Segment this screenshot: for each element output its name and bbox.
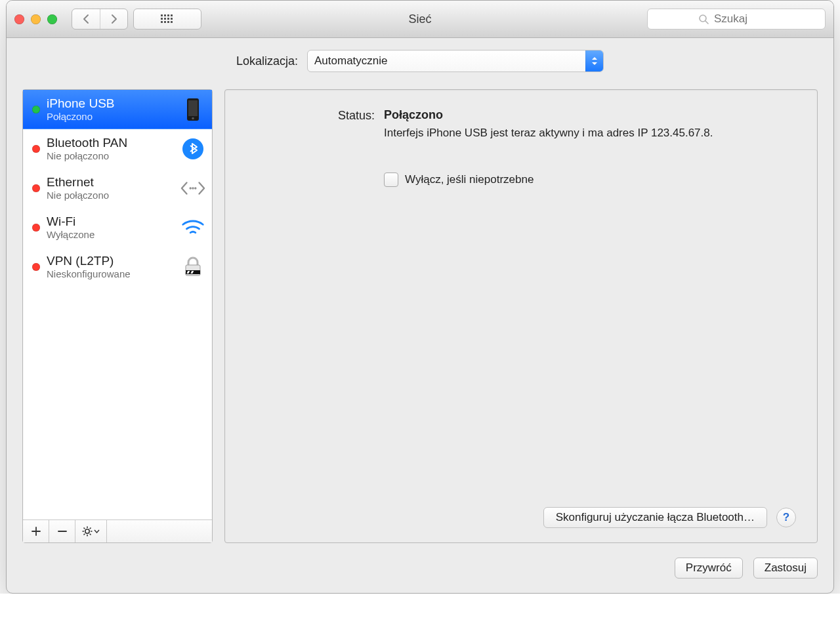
- revert-label: Przywróć: [686, 561, 732, 575]
- status-dot-icon: [32, 224, 40, 232]
- search-field[interactable]: [647, 9, 826, 30]
- traffic-lights: [14, 14, 57, 24]
- disable-if-unneeded-row: Wyłącz, jeśli niepotrzebne: [384, 173, 796, 187]
- minimize-window-button[interactable]: [31, 14, 41, 24]
- status-dot-icon: [32, 184, 40, 192]
- plus-icon: [32, 527, 41, 536]
- service-item-ethernet[interactable]: Ethernet Nie połączono: [23, 169, 212, 208]
- svg-point-4: [192, 117, 194, 119]
- svg-line-1: [705, 21, 708, 24]
- bluetooth-icon: [180, 138, 205, 160]
- popup-arrows-icon: [585, 51, 603, 71]
- minus-icon: [58, 527, 67, 536]
- search-icon: [698, 14, 709, 24]
- service-name: VPN (L2TP): [47, 254, 174, 268]
- svg-line-22: [84, 534, 85, 535]
- status-description: Interfejs iPhone USB jest teraz aktywny …: [384, 126, 725, 141]
- bottom-bar: Przywróć Zastosuj: [22, 558, 818, 579]
- location-label: Lokalizacja:: [236, 54, 298, 68]
- service-status: Wyłączone: [47, 229, 174, 240]
- service-text: Ethernet Nie połączono: [47, 175, 174, 201]
- service-name: Ethernet: [47, 175, 174, 190]
- location-row: Lokalizacja: Automatycznie: [22, 50, 818, 72]
- titlebar: Sieć: [7, 1, 833, 38]
- service-item-vpn[interactable]: VPN (L2TP) Nieskonfigurowane: [23, 247, 212, 287]
- lock-icon: [180, 256, 205, 278]
- configure-bluetooth-label: Skonfiguruj użyczanie łącza Bluetooth…: [556, 511, 755, 524]
- services-list: iPhone USB Połączono Bluetooth PAN Nie p…: [23, 90, 212, 519]
- service-text: VPN (L2TP) Nieskonfigurowane: [47, 254, 174, 279]
- remove-service-button[interactable]: [49, 520, 75, 542]
- question-mark-icon: ?: [783, 511, 789, 524]
- status-dot-icon: [32, 145, 40, 153]
- wifi-icon: [180, 218, 205, 237]
- service-status: Nie połączono: [47, 190, 174, 201]
- network-prefpane-window: Sieć Lokalizacja: Automatycznie: [6, 0, 834, 594]
- forward-button[interactable]: [100, 9, 127, 29]
- chevron-right-icon: [110, 14, 118, 24]
- configure-bluetooth-button[interactable]: Skonfiguruj użyczanie łącza Bluetooth…: [543, 507, 767, 528]
- service-item-wifi[interactable]: Wi-Fi Wyłączone: [23, 208, 212, 247]
- svg-point-6: [189, 187, 191, 189]
- apply-label: Zastosuj: [765, 561, 807, 575]
- detail-panel: Status: Połączono Interfejs iPhone USB j…: [224, 89, 818, 543]
- detail-footer: Skonfiguruj użyczanie łącza Bluetooth… ?: [243, 507, 796, 528]
- status-row: Status: Połączono Interfejs iPhone USB j…: [243, 108, 796, 141]
- svg-line-20: [84, 528, 85, 529]
- gear-icon: [82, 526, 93, 537]
- service-item-bluetooth-pan[interactable]: Bluetooth PAN Nie połączono: [23, 129, 212, 169]
- actions-menu-button[interactable]: [75, 520, 107, 542]
- service-status: Nie połączono: [47, 150, 174, 161]
- nav-back-forward: [72, 9, 128, 30]
- search-input[interactable]: [713, 12, 774, 26]
- disable-if-unneeded-label: Wyłącz, jeśli niepotrzebne: [405, 173, 534, 186]
- location-popup[interactable]: Automatycznie: [307, 50, 604, 72]
- status-dot-icon: [32, 106, 40, 113]
- service-item-iphone-usb[interactable]: iPhone USB Połączono: [23, 90, 212, 129]
- services-sidebar: iPhone USB Połączono Bluetooth PAN Nie p…: [22, 89, 213, 543]
- disable-if-unneeded-checkbox[interactable]: [384, 173, 398, 187]
- svg-point-15: [85, 529, 89, 533]
- service-name: Bluetooth PAN: [47, 136, 174, 150]
- svg-line-23: [90, 528, 91, 529]
- svg-rect-3: [188, 100, 198, 116]
- chevron-down-icon: [94, 529, 100, 533]
- content-area: Lokalizacja: Automatycznie iPhone USB Po…: [7, 38, 833, 593]
- service-text: Bluetooth PAN Nie połączono: [47, 136, 174, 161]
- add-service-button[interactable]: [23, 520, 49, 542]
- service-name: Wi-Fi: [47, 214, 174, 229]
- show-all-button[interactable]: [133, 9, 201, 30]
- status-label: Status:: [243, 108, 375, 141]
- svg-point-7: [192, 187, 194, 189]
- service-text: Wi-Fi Wyłączone: [47, 214, 174, 240]
- svg-line-21: [90, 534, 91, 535]
- apply-button[interactable]: Zastosuj: [753, 558, 818, 579]
- chevron-left-icon: [82, 14, 90, 24]
- revert-button[interactable]: Przywróć: [675, 558, 743, 579]
- close-window-button[interactable]: [14, 14, 24, 24]
- ethernet-icon: [180, 180, 205, 197]
- service-text: iPhone USB Połączono: [47, 96, 174, 122]
- svg-point-8: [194, 187, 196, 189]
- zoom-window-button[interactable]: [47, 14, 57, 24]
- sidebar-toolbar: [23, 519, 212, 542]
- service-name: iPhone USB: [47, 96, 174, 111]
- status-dot-icon: [32, 263, 40, 271]
- service-status: Nieskonfigurowane: [47, 268, 174, 279]
- back-button[interactable]: [72, 9, 100, 29]
- iphone-icon: [180, 98, 205, 121]
- grid-icon: [161, 14, 174, 24]
- service-status: Połączono: [47, 111, 174, 122]
- location-value: Automatycznie: [314, 54, 388, 68]
- status-value: Połączono: [384, 108, 796, 122]
- help-button[interactable]: ?: [776, 508, 796, 527]
